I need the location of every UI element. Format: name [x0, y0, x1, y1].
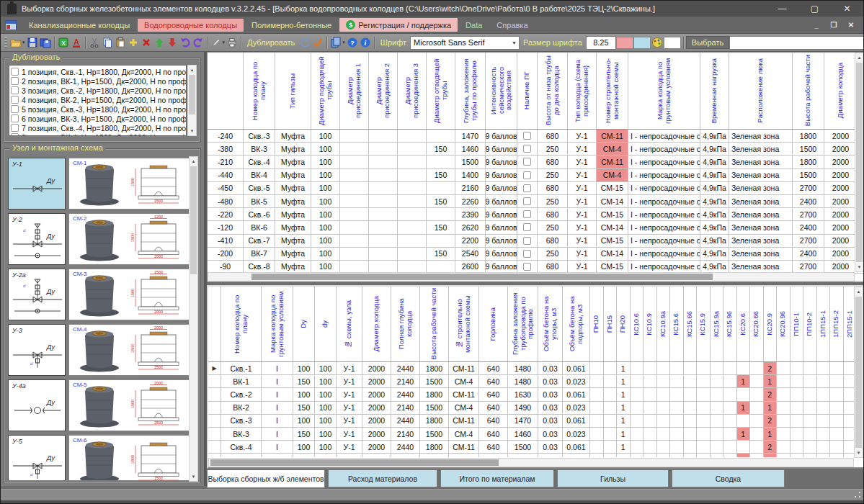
cell-КС10.9а[interactable]	[657, 415, 671, 427]
cell-d3[interactable]	[398, 143, 427, 155]
cell-d2[interactable]	[369, 195, 398, 207]
cell[interactable]: 2140	[391, 375, 420, 387]
cell-КС20.66[interactable]	[750, 388, 764, 400]
pg-checkbox[interactable]	[523, 197, 531, 205]
cell-cm[interactable]: СМ-4	[597, 143, 628, 155]
cell-КС20.9[interactable]: 1	[764, 428, 778, 440]
cell-load[interactable]: 4,9кПа	[700, 156, 729, 168]
duplicate-list-item[interactable]: 2 позиция, ВК-1, Нр=1500, Дк=2000, Н по …	[11, 76, 186, 86]
cell-seismic[interactable]: 9 баллов	[486, 182, 517, 194]
cell[interactable]: 640	[479, 441, 508, 453]
cell-node[interactable]: У-1	[568, 156, 597, 168]
duplicate-list-item[interactable]: 5 позиция, Скв.-3, Нр=1800, Дк=2000, Н п…	[11, 104, 186, 114]
table-row[interactable]: -120ВК-6Муфта10015026209 баллов250У-1СМ-…	[208, 221, 864, 234]
cell-КС10.9[interactable]	[643, 441, 657, 453]
cell-КС20.96[interactable]	[777, 388, 790, 400]
cell[interactable]: 100	[315, 362, 337, 374]
cell-pos[interactable]: -380	[208, 143, 244, 155]
column-header[interactable]	[208, 53, 244, 129]
cell-dia[interactable]: 2000	[824, 195, 858, 207]
cell-d1[interactable]	[340, 195, 369, 207]
cell-d3[interactable]	[398, 221, 427, 233]
cell[interactable]: СМ-11	[449, 415, 479, 427]
cell-d_in[interactable]: 100	[311, 182, 340, 194]
cell[interactable]: 1800	[420, 388, 449, 400]
cell-КС20.6[interactable]	[737, 441, 751, 453]
cell-d1[interactable]	[340, 208, 369, 220]
cell-h_low[interactable]: 680	[538, 208, 568, 220]
cell-mark[interactable]: I - непросадочные сухи...	[628, 195, 700, 207]
column-header-КС10.9а[interactable]: КС10.9а	[657, 287, 671, 361]
cell-pos[interactable]: -410	[208, 235, 244, 247]
cell-depth[interactable]: 2160	[455, 182, 486, 194]
cell-КС20.6[interactable]	[737, 415, 751, 427]
table-row[interactable]: -200ВК-7Муфта10015025409 баллов250У-1СМ-…	[208, 248, 864, 261]
top-grid-vscrollbar[interactable]: ▲ ▼	[855, 53, 864, 272]
cell-КС15.9а[interactable]	[711, 454, 724, 457]
cell[interactable]	[221, 454, 262, 457]
cell-name[interactable]: Скв.-4	[244, 156, 275, 168]
cell-1ПП15-2[interactable]	[830, 454, 844, 457]
cell-ПН10[interactable]	[590, 454, 604, 457]
cell-mark[interactable]: I - непросадочные сухи...	[628, 156, 700, 168]
cell-КС20.9[interactable]: 2	[764, 388, 778, 400]
tab-расход-материалов[interactable]: Расход материалов	[328, 469, 437, 487]
cell[interactable]: 1800	[420, 415, 449, 427]
cell-pos[interactable]: -200	[208, 248, 244, 260]
cell-ПН15[interactable]	[604, 362, 618, 374]
scroll-down-arrow[interactable]: ▼	[855, 263, 863, 271]
cell-d3[interactable]	[398, 248, 427, 260]
cell-load[interactable]: 4,9кПа	[700, 221, 729, 233]
scheme-scrollbar[interactable]: ▲ ▼	[189, 156, 198, 482]
cell-hatch[interactable]: Зеленая зона	[729, 182, 793, 194]
cell[interactable]: СМ-4	[449, 428, 479, 440]
cell[interactable]: 1500	[420, 402, 449, 414]
cell-name[interactable]: Скв.-6	[244, 208, 275, 220]
cell-КС10.9а[interactable]	[657, 428, 671, 440]
excel-icon[interactable]: X	[57, 35, 70, 50]
cell-load[interactable]: 4,9кПа	[700, 235, 729, 247]
cell-1ПП15-2[interactable]	[830, 375, 844, 387]
cell[interactable]: 2000	[362, 375, 391, 387]
cell[interactable]: 1480	[508, 362, 538, 374]
cell-seismic[interactable]: 9 баллов	[486, 156, 517, 168]
cell-ПН15[interactable]	[604, 415, 618, 427]
cell[interactable]	[420, 454, 449, 457]
font-combo[interactable]: Microsoft Sans Serif▼	[410, 36, 520, 50]
cell-КС10.6[interactable]	[631, 428, 644, 440]
pg-checkbox[interactable]	[523, 250, 531, 258]
top-grid-hscrollbar[interactable]	[208, 272, 855, 282]
table-row[interactable]: -240Скв.-3Муфта10014709 баллов680У-1СМ-1…	[208, 130, 864, 143]
cell-КС20.96[interactable]	[777, 415, 790, 427]
tab-выборка-сборных-ж-б-элементов[interactable]: Выборка сборных ж/б элементов	[207, 469, 325, 487]
cell-h_work[interactable]: 1800	[793, 130, 824, 142]
cell-node[interactable]: У-1	[568, 221, 597, 233]
cell-seismic[interactable]: 9 баллов	[486, 208, 517, 220]
cell-ПН15[interactable]	[604, 428, 618, 440]
cell-h_work[interactable]: 2400	[793, 248, 824, 260]
cell-h_low[interactable]: 250	[538, 195, 568, 207]
column-header[interactable]: Временная нагрузка	[700, 53, 729, 129]
mdi-minimize-button[interactable]: _	[809, 19, 824, 32]
cell-name[interactable]: Скв.-5	[244, 182, 275, 194]
cell-КС15.9а[interactable]	[711, 402, 724, 414]
column-header[interactable]: Марка колодца по грунтовым условиям	[262, 287, 293, 361]
cell[interactable]: 0.03	[538, 415, 563, 427]
cell[interactable]: 0.023	[563, 428, 590, 440]
cell-ПН20[interactable]: 1	[617, 415, 631, 427]
cell[interactable]: 2000	[362, 415, 391, 427]
cell[interactable]: 1490	[508, 402, 538, 414]
cell-КС20.66[interactable]	[750, 375, 764, 387]
chevron-down-icon[interactable]: ▼	[509, 37, 519, 49]
cell[interactable]: 640	[479, 428, 508, 440]
cell-d_in[interactable]: 100	[311, 156, 340, 168]
cell-load[interactable]: 4,9кПа	[700, 261, 729, 273]
cell-КС10.6[interactable]	[631, 441, 644, 453]
cell[interactable]: 1500	[420, 428, 449, 440]
column-header[interactable]: dy	[315, 287, 337, 361]
column-header[interactable]: Диаметр отводящей трубы	[427, 53, 455, 129]
cell-node[interactable]: У-1	[568, 143, 597, 155]
duplicate-list-item[interactable]: 1 позиция, Скв.-1, Нр=1800, Дк=2000, Н п…	[11, 67, 186, 76]
cell[interactable]	[508, 454, 538, 457]
cell-pg[interactable]	[517, 182, 538, 194]
